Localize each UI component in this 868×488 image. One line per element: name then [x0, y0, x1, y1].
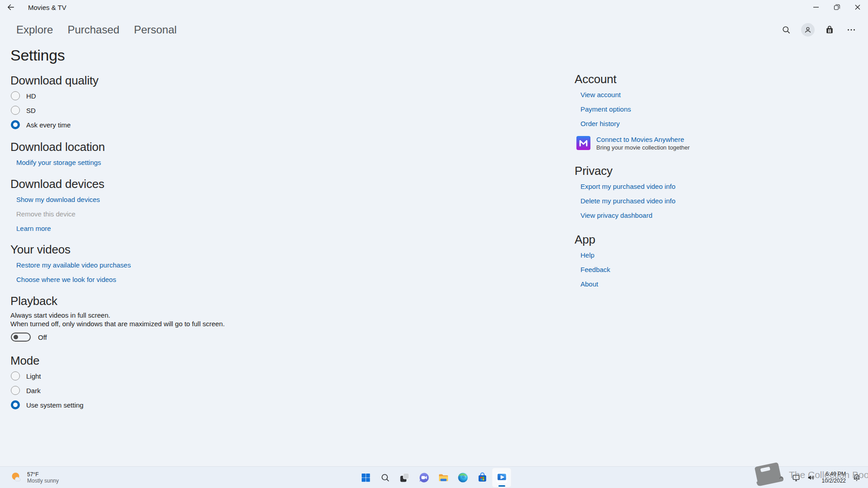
window-controls: [806, 0, 868, 14]
movies-anywhere-row[interactable]: Connect to Movies Anywhere Bring your mo…: [575, 135, 774, 155]
restore-button[interactable]: [826, 0, 847, 14]
clock-widget[interactable]: 6:49 PM 10/2/2022: [820, 471, 848, 484]
taskbar: 57°F Mostly sunny: [0, 466, 868, 488]
taskbar-task-view-button[interactable]: [395, 468, 414, 488]
taskbar-app-icons: [356, 468, 511, 488]
radio-label: Dark: [26, 387, 41, 394]
heading-download-quality: Download quality: [10, 72, 354, 89]
taskbar-store-button[interactable]: [472, 468, 492, 488]
weather-sun-cloud-icon: [10, 471, 24, 484]
radio-option-ask-every-time[interactable]: Ask every time: [10, 117, 354, 132]
active-app-indicator: [498, 485, 505, 487]
radio-label: SD: [26, 107, 36, 114]
more-icon: [846, 24, 857, 35]
taskbar-chat-button[interactable]: [414, 468, 434, 488]
heading-privacy: Privacy: [575, 163, 774, 179]
nav-tab-purchased[interactable]: Purchased: [67, 23, 119, 36]
movies-anywhere-subtitle: Bring your movie collection together: [596, 144, 690, 151]
weather-widget[interactable]: 57°F Mostly sunny: [6, 467, 62, 488]
radio-circle-selected[interactable]: [11, 120, 20, 129]
taskbar-search-button[interactable]: [375, 468, 395, 488]
tray-chevron-button[interactable]: [775, 469, 787, 487]
playback-description-line1: Always start videos in full screen.: [10, 311, 354, 319]
chevron-up-icon: [777, 474, 785, 482]
radio-option-dark[interactable]: Dark: [10, 383, 354, 398]
microsoft-store-icon: [476, 472, 488, 483]
heading-playback: Playback: [10, 293, 354, 309]
heading-app: App: [575, 231, 774, 248]
heading-download-devices: Download devices: [10, 176, 354, 192]
taskbar-start-button[interactable]: [356, 468, 375, 488]
nav-tab-personal[interactable]: Personal: [134, 23, 177, 36]
settings-main-column: Settings Download quality HD SD Ask ever…: [10, 45, 354, 412]
close-button[interactable]: [847, 0, 868, 14]
movies-anywhere-icon: [576, 136, 590, 150]
more-menu-button[interactable]: [844, 23, 858, 37]
movies-tv-app-icon: [495, 471, 508, 484]
system-tray: 6:49 PM 10/2/2022: [775, 467, 868, 488]
radio-label: Light: [26, 372, 41, 380]
app-navbar: Explore Purchased Personal: [0, 20, 868, 39]
file-explorer-icon: [438, 472, 449, 483]
back-arrow-icon: [6, 3, 15, 12]
radio-label: HD: [26, 92, 36, 100]
fullscreen-toggle[interactable]: [11, 333, 31, 342]
tray-network-button[interactable]: [790, 469, 802, 487]
radio-option-sd[interactable]: SD: [10, 103, 354, 117]
tray-volume-button[interactable]: [805, 469, 817, 487]
link-restore-purchases[interactable]: Restore my available video purchases: [16, 261, 131, 269]
radio-circle[interactable]: [11, 386, 20, 395]
playback-description-line2: When turned off, only windows that are m…: [10, 319, 354, 328]
store-button[interactable]: [823, 23, 836, 37]
taskbar-movies-tv-button[interactable]: [492, 468, 511, 488]
link-payment-options[interactable]: Payment options: [580, 105, 631, 113]
taskbar-file-explorer-button[interactable]: [434, 468, 453, 488]
radio-label: Ask every time: [26, 121, 71, 129]
link-view-privacy-dashboard[interactable]: View privacy dashboard: [580, 211, 652, 219]
page-title: Settings: [10, 45, 354, 65]
radio-option-light[interactable]: Light: [10, 369, 354, 383]
link-view-account[interactable]: View account: [580, 91, 621, 99]
minimize-icon: [806, 0, 826, 14]
task-view-icon: [399, 472, 410, 483]
link-show-download-devices[interactable]: Show my download devices: [16, 196, 100, 203]
taskbar-edge-button[interactable]: [453, 468, 472, 488]
radio-circle-selected[interactable]: [11, 400, 20, 409]
heading-download-location: Download location: [10, 139, 354, 155]
radio-circle[interactable]: [11, 91, 20, 100]
heading-account: Account: [575, 71, 774, 87]
link-remove-this-device: Remove this device: [16, 210, 75, 218]
radio-option-use-system-setting[interactable]: Use system setting: [10, 398, 354, 412]
link-connect-movies-anywhere[interactable]: Connect to Movies Anywhere: [596, 136, 690, 143]
speaker-icon: [807, 473, 816, 482]
link-order-history[interactable]: Order history: [580, 120, 620, 127]
link-modify-storage-settings[interactable]: Modify your storage settings: [16, 159, 101, 166]
link-feedback[interactable]: Feedback: [580, 266, 610, 273]
close-icon: [847, 0, 868, 14]
restore-icon: [826, 0, 847, 14]
store-bag-icon: [824, 24, 835, 35]
weather-temperature: 57°F: [27, 471, 59, 478]
windows-start-icon: [360, 472, 371, 483]
search-button[interactable]: [779, 23, 793, 37]
back-button[interactable]: [4, 1, 18, 14]
tray-notifications-button[interactable]: [851, 469, 863, 487]
radio-option-hd[interactable]: HD: [10, 89, 354, 103]
search-icon: [380, 472, 391, 483]
link-learn-more[interactable]: Learn more: [16, 225, 51, 232]
link-choose-video-folders[interactable]: Choose where we look for videos: [16, 276, 116, 283]
account-button[interactable]: [801, 23, 815, 37]
tray-time: 6:49 PM: [822, 471, 846, 478]
window-title: Movies & TV: [28, 0, 66, 14]
nav-tab-explore[interactable]: Explore: [16, 23, 53, 36]
radio-circle[interactable]: [11, 371, 20, 380]
link-help[interactable]: Help: [580, 251, 594, 259]
radio-circle[interactable]: [11, 106, 20, 115]
link-delete-video-info[interactable]: Delete my purchased video info: [580, 197, 675, 205]
person-icon: [803, 25, 813, 35]
minimize-button[interactable]: [806, 0, 826, 14]
link-export-video-info[interactable]: Export my purchased video info: [580, 183, 675, 190]
search-icon: [781, 24, 792, 35]
link-about[interactable]: About: [580, 280, 598, 288]
toggle-state-label: Off: [38, 333, 47, 341]
